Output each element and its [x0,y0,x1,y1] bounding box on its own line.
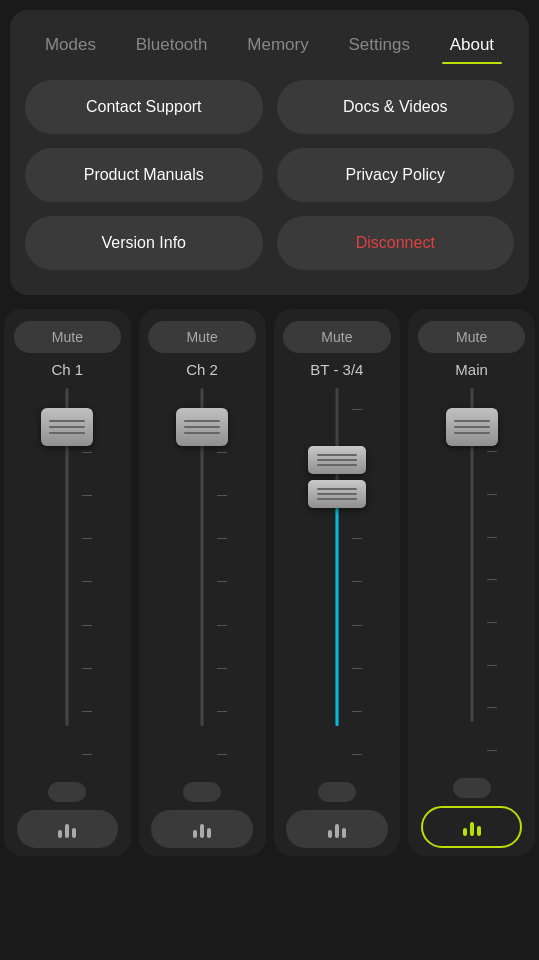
tab-bluetooth[interactable]: Bluetooth [128,30,216,60]
bt34-knob-top-line3 [317,464,357,466]
ch1-knob-line1 [49,420,85,422]
bt34-knob-top-line2 [317,459,357,461]
channel-main: Mute Main [408,309,535,856]
bt34-knob-oval[interactable] [318,782,356,802]
ch1-eq-button[interactable] [17,810,118,848]
eq-bar1 [463,828,467,836]
ch1-fader-knob[interactable] [41,408,93,446]
ch2-eq-button[interactable] [151,810,252,848]
docs-videos-button[interactable]: Docs & Videos [277,80,515,134]
ch1-bottom [4,782,131,848]
bt34-knob-top-line1 [317,454,357,456]
channel-ch2: Mute Ch 2 [139,309,266,856]
eq-bar1 [328,830,332,838]
mute-ch2-button[interactable]: Mute [148,321,256,353]
bt34-knob-bot-line2 [317,493,357,495]
ch2-fader-area[interactable] [139,388,266,776]
main-label: Main [455,361,488,378]
bt34-bottom [274,782,401,848]
eq-bar2 [200,824,204,838]
bt34-eq-button[interactable] [286,810,387,848]
about-panel: Modes Bluetooth Memory Settings About Co… [10,10,529,295]
main-bottom [408,778,535,848]
bt34-fader-area[interactable] [274,388,401,776]
eq-bar3 [477,826,481,836]
eq-bar1 [193,830,197,838]
bt34-track-cyan [335,508,338,726]
main-eq-icon [463,818,481,836]
ch2-knob-line3 [184,432,220,434]
ch1-knob-line3 [49,432,85,434]
mute-main-button[interactable]: Mute [418,321,526,353]
channel-ch1: Mute Ch 1 [4,309,131,856]
bt34-eq-icon [328,820,346,838]
ch1-knob-oval[interactable] [48,782,86,802]
eq-bar3 [207,828,211,838]
ch2-knob-line2 [184,426,220,428]
ch2-fader-knob[interactable] [176,408,228,446]
bt34-knob-bot-line3 [317,498,357,500]
disconnect-button[interactable]: Disconnect [277,216,515,270]
bt34-fader-knob-top[interactable] [308,446,366,474]
main-fader-area[interactable] [408,388,535,772]
ch2-eq-icon [193,820,211,838]
main-knob-line2 [454,426,490,428]
about-buttons: Contact Support Docs & Videos Product Ma… [20,75,519,275]
main-knob-oval[interactable] [453,778,491,798]
mixer: Mute Ch 1 [0,305,539,860]
ch2-knob-oval[interactable] [183,782,221,802]
bt34-fader-knob-bot[interactable] [308,480,366,508]
privacy-policy-button[interactable]: Privacy Policy [277,148,515,202]
ch1-eq-icon [58,820,76,838]
ch1-label: Ch 1 [52,361,84,378]
channel-bt34: Mute BT - 3/4 [274,309,401,856]
ch1-knob-line2 [49,426,85,428]
main-eq-button[interactable] [421,806,522,848]
contact-support-button[interactable]: Contact Support [25,80,263,134]
tab-memory[interactable]: Memory [239,30,316,60]
bt34-knob-bot-line1 [317,488,357,490]
tab-settings[interactable]: Settings [340,30,417,60]
eq-bar1 [58,830,62,838]
version-info-button[interactable]: Version Info [25,216,263,270]
bt34-label: BT - 3/4 [310,361,363,378]
ch2-bottom [139,782,266,848]
tab-modes[interactable]: Modes [37,30,104,60]
eq-bar2 [65,824,69,838]
tab-about[interactable]: About [442,30,502,60]
ch2-label: Ch 2 [186,361,218,378]
main-knob-line3 [454,432,490,434]
eq-bar2 [470,822,474,836]
eq-bar3 [342,828,346,838]
product-manuals-button[interactable]: Product Manuals [25,148,263,202]
mute-ch1-button[interactable]: Mute [14,321,122,353]
mute-bt34-button[interactable]: Mute [283,321,391,353]
eq-bar2 [335,824,339,838]
ch1-fader-area[interactable] [4,388,131,776]
eq-bar3 [72,828,76,838]
main-knob-line1 [454,420,490,422]
main-fader-knob[interactable] [446,408,498,446]
ch2-knob-line1 [184,420,220,422]
nav-tabs: Modes Bluetooth Memory Settings About [20,20,519,75]
